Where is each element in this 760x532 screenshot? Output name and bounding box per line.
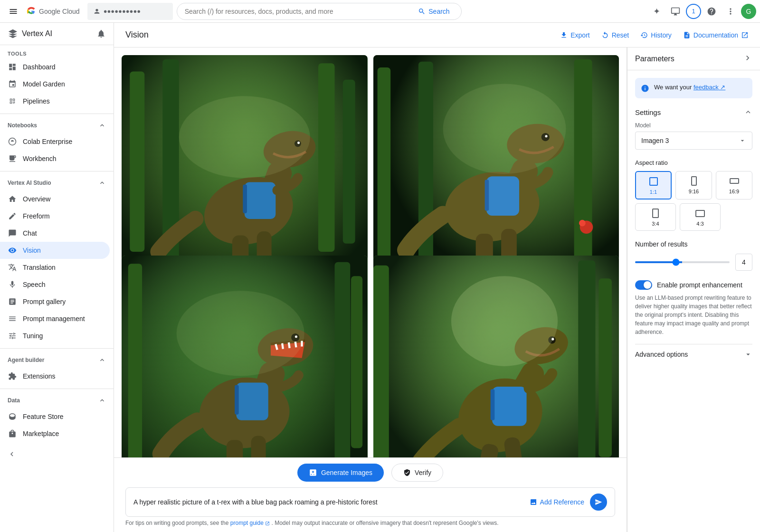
sidebar-item-workbench[interactable]: Workbench xyxy=(0,150,110,167)
prompt-management-icon xyxy=(8,314,17,323)
panel-title: Parameters xyxy=(635,55,674,63)
panel-collapse-icon xyxy=(743,53,752,63)
settings-collapse-icon[interactable] xyxy=(744,108,752,116)
sidebar-item-tuning[interactable]: Tuning xyxy=(0,327,110,344)
enhancement-toggle-row: Enable prompt enhancement xyxy=(635,280,752,290)
generate-verify-bar: Generate Images Verify xyxy=(125,464,615,482)
feedback-link[interactable]: feedback ↗ xyxy=(694,84,725,91)
search-button[interactable]: Search xyxy=(414,6,453,17)
svg-rect-70 xyxy=(730,179,739,183)
prompt-guide-link[interactable]: prompt guide xyxy=(230,520,272,526)
ar-16-9-button[interactable]: 16:9 xyxy=(716,171,752,200)
chat-icon xyxy=(8,228,17,238)
sidebar-item-pipelines[interactable]: Pipelines xyxy=(0,93,110,110)
send-prompt-button[interactable] xyxy=(590,494,607,511)
ar-1-1-button[interactable]: 1:1 xyxy=(635,171,672,200)
add-reference-button[interactable]: Add Reference xyxy=(530,498,584,506)
agent-builder-section-header[interactable]: Agent builder xyxy=(0,352,114,368)
export-button[interactable]: Export xyxy=(560,31,589,39)
notifications-icon[interactable] xyxy=(96,29,106,38)
sidebar-item-prompt-management[interactable]: Prompt management xyxy=(0,310,110,327)
model-select[interactable]: Imagen 3 xyxy=(635,132,752,150)
global-search-bar[interactable]: Search xyxy=(177,3,462,20)
svg-point-35 xyxy=(443,84,566,174)
overview-icon xyxy=(8,194,17,204)
ar-9-16-button[interactable]: 9:16 xyxy=(675,171,712,200)
search-input[interactable] xyxy=(185,8,411,15)
sidebar-item-speech[interactable]: Speech xyxy=(0,276,110,293)
data-section-header[interactable]: Data xyxy=(0,393,114,408)
user-number-badge[interactable]: 1 xyxy=(686,4,701,19)
svg-rect-72 xyxy=(696,210,704,217)
model-garden-icon xyxy=(8,79,17,89)
menu-button[interactable] xyxy=(4,2,23,21)
num-results-label: Number of results xyxy=(635,240,752,248)
speech-icon xyxy=(8,280,17,289)
external-link-icon xyxy=(741,31,749,39)
generate-images-button[interactable]: Generate Images xyxy=(297,464,384,482)
project-selector[interactable]: ●●●●●●●●●● xyxy=(87,3,173,20)
svg-rect-54 xyxy=(373,265,389,457)
svg-rect-40 xyxy=(335,262,351,457)
export-icon xyxy=(560,31,568,39)
slider-container: 4 xyxy=(635,254,752,271)
notebooks-chevron-icon xyxy=(98,122,106,129)
landscape-icon xyxy=(729,175,740,187)
sidebar-item-prompt-gallery[interactable]: Prompt gallery xyxy=(0,293,110,310)
prompt-input[interactable] xyxy=(133,498,524,506)
agent-builder-chevron-icon xyxy=(98,356,106,364)
sidebar-item-feature-store[interactable]: Feature Store xyxy=(0,408,110,425)
portrait-3-4-icon xyxy=(650,208,661,219)
sidebar-item-freeform[interactable]: Freeform xyxy=(0,208,110,225)
sidebar-item-extensions[interactable]: Extensions xyxy=(0,368,110,385)
add-reference-icon xyxy=(530,498,537,506)
topbar-right-actions: ✦ 1 G xyxy=(648,3,756,20)
history-button[interactable]: History xyxy=(640,31,672,39)
svg-rect-31 xyxy=(486,176,519,216)
sidebar-item-collapse[interactable] xyxy=(0,446,110,462)
svg-rect-15 xyxy=(245,182,276,219)
more-options-button[interactable] xyxy=(722,3,739,20)
advanced-options-row[interactable]: Advanced options xyxy=(635,344,752,364)
verify-icon xyxy=(403,469,411,476)
spark-button[interactable]: ✦ xyxy=(648,3,665,20)
sidebar-item-dashboard[interactable]: Dashboard xyxy=(0,58,110,76)
panel-collapse-button[interactable] xyxy=(743,53,752,64)
search-label: Search xyxy=(428,8,449,15)
sidebar-item-colab[interactable]: Colab Enterprise xyxy=(0,133,110,150)
panel-content: We want your feedback ↗ Settings Model I… xyxy=(627,70,760,372)
user-avatar[interactable]: G xyxy=(741,4,756,19)
sidebar-item-chat[interactable]: Chat xyxy=(0,225,110,242)
dino-image-3 xyxy=(122,256,368,458)
results-slider[interactable] xyxy=(635,261,730,263)
notebooks-section-header[interactable]: Notebooks xyxy=(0,118,114,133)
enhancement-toggle[interactable] xyxy=(635,280,652,290)
ar-4-3-button[interactable]: 4:3 xyxy=(680,203,721,231)
bottom-controls: Generate Images Verify Add Reference xyxy=(114,457,627,532)
reset-icon xyxy=(601,31,609,39)
data-chevron-icon xyxy=(98,397,106,404)
svg-rect-16 xyxy=(243,185,247,213)
divider-4 xyxy=(0,389,114,389)
sidebar-item-overview[interactable]: Overview xyxy=(0,190,110,208)
documentation-button[interactable]: Documentation xyxy=(683,31,749,39)
sidebar-item-translation[interactable]: Translation xyxy=(0,259,110,276)
send-icon xyxy=(595,498,602,506)
advanced-options-chevron xyxy=(744,350,752,359)
history-icon xyxy=(640,31,648,39)
vertex-studio-section-header[interactable]: Vertex AI Studio xyxy=(0,175,114,190)
settings-title: Settings xyxy=(635,108,752,116)
sidebar-item-model-garden[interactable]: Model Garden xyxy=(0,76,110,93)
ar-3-4-button[interactable]: 3:4 xyxy=(635,203,676,231)
desktop-button[interactable] xyxy=(667,3,684,20)
sidebar-item-vision[interactable]: Vision xyxy=(0,242,110,259)
divider-2 xyxy=(0,171,114,171)
reset-button[interactable]: Reset xyxy=(601,31,629,39)
divider-3 xyxy=(0,348,114,349)
image-workspace: Generate Images Verify Add Reference xyxy=(114,48,627,532)
sidebar-item-marketplace[interactable]: Marketplace xyxy=(0,425,110,442)
ar-9-16-icon xyxy=(688,175,700,187)
help-button[interactable] xyxy=(703,3,720,20)
main-area: Vision Export Reset History Documentatio… xyxy=(114,23,760,532)
verify-button[interactable]: Verify xyxy=(391,464,443,482)
